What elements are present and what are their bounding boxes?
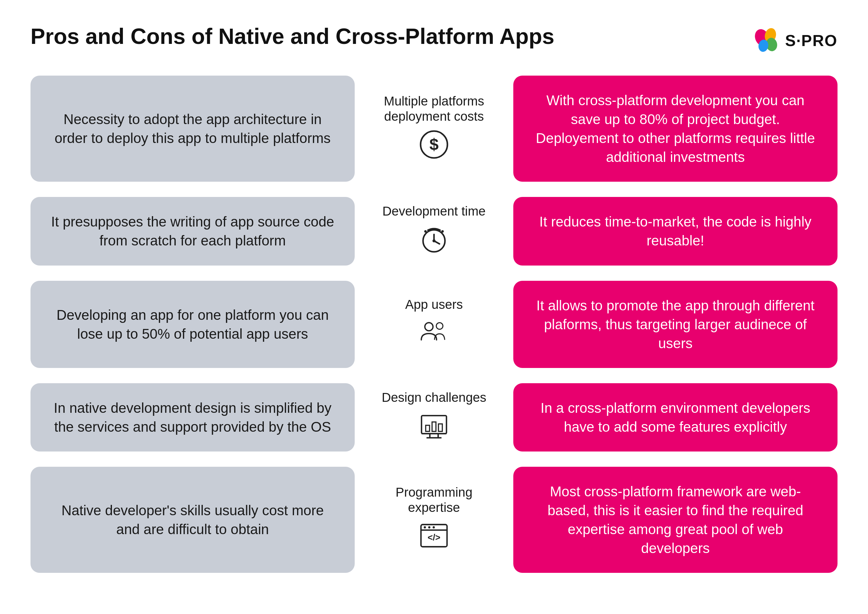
center-cell-3: Design challenges (373, 383, 495, 451)
svg-point-25 (428, 526, 430, 528)
svg-point-11 (432, 239, 436, 242)
center-icon-2 (419, 317, 449, 352)
center-icon-0: $ (419, 129, 449, 164)
left-card-text-3: In native development design is simplifi… (49, 398, 336, 436)
center-cell-1: Development time (373, 197, 495, 265)
center-label-3: Design challenges (382, 390, 486, 405)
left-card-text-1: It presupposes the writing of app source… (49, 212, 336, 250)
page-title: Pros and Cons of Native and Cross-Platfo… (31, 25, 554, 48)
left-card-3: In native development design is simplifi… (31, 383, 355, 451)
right-card-text-4: Most cross-platform framework are web-ba… (532, 482, 819, 558)
center-label-1: Development time (382, 204, 486, 219)
svg-text:</>: </> (428, 533, 440, 543)
logo: S·PRO (753, 27, 837, 54)
center-label-2: App users (405, 297, 463, 312)
left-card-2: Developing an app for one platform you c… (31, 281, 355, 368)
svg-point-9 (424, 230, 427, 233)
left-card-1: It presupposes the writing of app source… (31, 197, 355, 265)
center-cell-4: Programming expertise </> (373, 467, 495, 573)
right-card-text-2: It allows to promote the app through dif… (532, 296, 819, 353)
svg-point-10 (441, 230, 444, 233)
content-grid: Necessity to adopt the app architecture … (31, 76, 837, 573)
page-header: Pros and Cons of Native and Cross-Platfo… (31, 25, 837, 54)
right-card-text-3: In a cross-platform environment develope… (532, 398, 819, 436)
center-icon-3 (419, 410, 449, 445)
left-card-0: Necessity to adopt the app architecture … (31, 76, 355, 182)
left-card-text-4: Native developer's skills usually cost m… (49, 501, 336, 539)
center-label-4: Programming expertise (373, 485, 495, 516)
right-card-3: In a cross-platform environment develope… (513, 383, 837, 451)
center-label-0: Multiple platforms deployment costs (373, 94, 495, 124)
right-card-4: Most cross-platform framework are web-ba… (513, 467, 837, 573)
right-card-2: It allows to promote the app through dif… (513, 281, 837, 368)
svg-point-26 (432, 526, 435, 528)
center-cell-2: App users (373, 281, 495, 368)
right-card-text-0: With cross-platform development you can … (532, 91, 819, 166)
left-card-text-2: Developing an app for one platform you c… (49, 305, 336, 343)
center-icon-1 (419, 224, 449, 259)
svg-rect-21 (439, 424, 443, 432)
svg-text:$: $ (429, 135, 439, 154)
svg-point-12 (425, 323, 433, 331)
svg-rect-20 (432, 422, 436, 431)
svg-point-24 (424, 526, 426, 528)
left-card-text-0: Necessity to adopt the app architecture … (49, 110, 336, 147)
svg-rect-19 (426, 425, 430, 431)
center-cell-0: Multiple platforms deployment costs $ (373, 76, 495, 182)
logo-icon (753, 27, 780, 54)
right-card-1: It reduces time-to-market, the code is h… (513, 197, 837, 265)
left-card-4: Native developer's skills usually cost m… (31, 467, 355, 573)
logo-text: S·PRO (785, 31, 837, 50)
svg-point-13 (436, 323, 443, 329)
right-card-0: With cross-platform development you can … (513, 76, 837, 182)
center-icon-4: </> (419, 520, 449, 555)
right-card-text-1: It reduces time-to-market, the code is h… (532, 212, 819, 250)
